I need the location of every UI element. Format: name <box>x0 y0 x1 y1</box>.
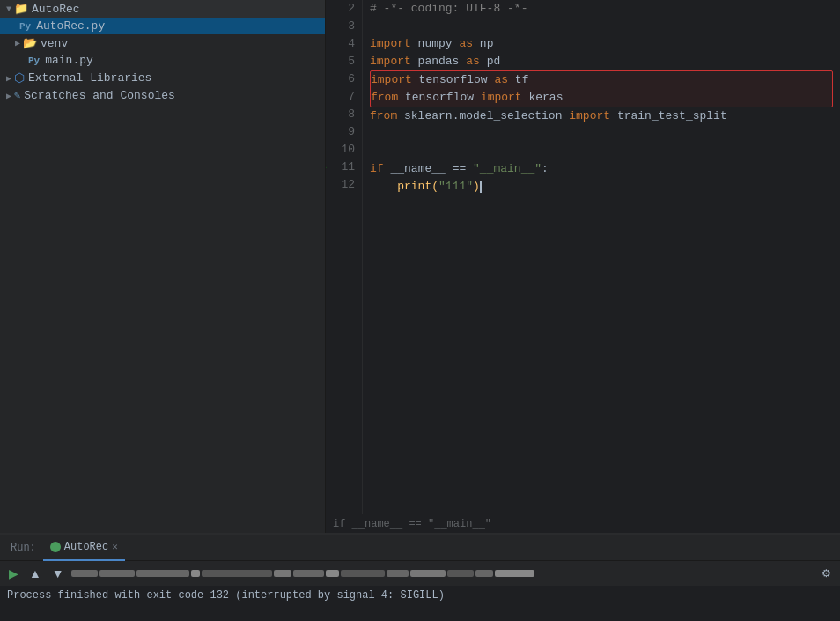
highlighted-lines: import tensorflow as tf from tensorflow … <box>370 70 833 107</box>
progress-seg <box>293 570 324 577</box>
py-file-icon: Py <box>28 55 40 66</box>
code-container[interactable]: 2 3 4 5 6 7 8 9 10 11 ▶ 12 # -*- coding: <box>326 0 840 514</box>
sidebar-item-ext-libs[interactable]: ▶ ⬡ External Libraries <box>0 69 325 87</box>
line-number: 11 ▶ <box>333 159 355 176</box>
sidebar-item-label: External Libraries <box>28 71 151 85</box>
py-file-icon: Py <box>19 21 31 32</box>
run-label: Run: <box>4 542 43 554</box>
line-numbers: 2 3 4 5 6 7 8 9 10 11 ▶ 12 <box>326 0 363 514</box>
sidebar-item-label: Scratches and Consoles <box>24 89 175 102</box>
progress-seg <box>202 570 272 577</box>
folder-closed-icon: 📂 <box>23 36 37 50</box>
progress-seg <box>475 570 493 577</box>
line-number: 10 <box>333 141 355 159</box>
run-tab-name: AutoRec <box>64 541 108 553</box>
run-settings-button[interactable]: ⚙ <box>818 566 835 581</box>
main-area: ▼ 📁 AutoRec Py AutoRec.py ▶ 📂 venv Py ma… <box>0 0 840 533</box>
run-down-button[interactable]: ▼ <box>48 565 68 582</box>
line-number: 9 <box>333 123 355 141</box>
sidebar: ▼ 📁 AutoRec Py AutoRec.py ▶ 📂 venv Py ma… <box>0 0 326 533</box>
progress-seg <box>274 570 291 577</box>
sidebar-item-label: AutoRec.py <box>36 19 105 33</box>
folder-arrow-icon: ▶ <box>12 38 23 48</box>
run-up-button[interactable]: ▲ <box>26 565 45 582</box>
line-number: 12 <box>333 176 355 194</box>
line-number: 6 <box>333 70 355 88</box>
run-output-text: Process finished with exit code 132 (int… <box>7 589 445 602</box>
run-progress-bar <box>71 570 814 577</box>
progress-seg <box>341 570 385 577</box>
status-text: if __name__ == "__main__" <box>333 518 491 530</box>
sidebar-item-label: main.py <box>45 54 93 67</box>
code-line-8: from sklearn.model_selection import trai… <box>370 107 833 125</box>
code-line-12: print ( "111" ) <box>370 178 833 196</box>
text-cursor <box>480 181 482 193</box>
scratches-icon: ✎ <box>14 89 20 102</box>
progress-seg <box>326 570 339 577</box>
run-tab-autorec[interactable]: AutoRec ✕ <box>43 535 125 561</box>
code-line-3 <box>370 18 833 35</box>
line-number: 8 <box>333 106 355 123</box>
progress-seg <box>136 570 189 577</box>
run-toolbar: ▶ ▲ ▼ ⚙ <box>0 561 840 586</box>
run-status-icon <box>50 542 61 552</box>
progress-seg <box>447 570 474 577</box>
sidebar-item-label: AutoRec <box>32 3 80 16</box>
run-panel: Run: AutoRec ✕ ▶ ▲ ▼ ⚙ P <box>0 533 840 621</box>
line-number: 3 <box>333 18 355 35</box>
code-line-6: import tensorflow as tf <box>371 71 832 89</box>
editor-area: 2 3 4 5 6 7 8 9 10 11 ▶ 12 # -*- coding: <box>326 0 840 533</box>
code-editor[interactable]: # -*- coding: UTF-8 -*- import numpy as … <box>363 0 840 514</box>
ext-lib-icon: ⬡ <box>14 70 25 85</box>
run-tab-close-button[interactable]: ✕ <box>112 541 118 552</box>
code-line-11: if __name__ == "__main__" : <box>370 160 833 178</box>
sidebar-item-venv[interactable]: ▶ 📂 venv <box>0 34 325 52</box>
folder-arrow-icon: ▶ <box>4 73 14 84</box>
progress-seg <box>495 570 534 577</box>
folder-arrow-icon: ▼ <box>4 4 14 14</box>
code-line-9 <box>370 125 833 143</box>
sidebar-item-scratches[interactable]: ▶ ✎ Scratches and Consoles <box>0 87 325 104</box>
sidebar-item-autorec[interactable]: ▼ 📁 AutoRec <box>0 0 325 18</box>
run-play-button[interactable]: ▶ <box>5 565 22 582</box>
run-output: Process finished with exit code 132 (int… <box>0 586 840 621</box>
progress-seg <box>71 570 98 577</box>
folder-open-icon: 📁 <box>14 2 28 16</box>
code-line-2: # -*- coding: UTF-8 -*- <box>370 0 833 18</box>
line-number: 4 <box>333 35 355 53</box>
sidebar-item-autorecp[interactable]: Py AutoRec.py <box>0 18 325 34</box>
sidebar-item-mainpy[interactable]: Py main.py <box>0 52 325 69</box>
code-line-5: import pandas as pd <box>370 53 833 70</box>
progress-seg <box>387 570 409 577</box>
run-indicator-icon: ▶ <box>326 159 327 176</box>
sidebar-item-label: venv <box>41 37 68 50</box>
code-line-10 <box>370 143 833 160</box>
progress-seg <box>410 570 446 577</box>
code-line-4: import numpy as np <box>370 35 833 53</box>
line-number: 2 <box>333 0 355 18</box>
editor-status-bar: if __name__ == "__main__" <box>326 514 840 533</box>
folder-arrow-icon: ▶ <box>4 91 14 101</box>
progress-seg <box>191 570 200 577</box>
code-line-7: from tensorflow import keras <box>371 89 832 107</box>
run-tab-bar: Run: AutoRec ✕ <box>0 535 840 561</box>
progress-seg <box>99 570 135 577</box>
line-number: 5 <box>333 53 355 70</box>
line-number: 7 <box>333 88 355 106</box>
